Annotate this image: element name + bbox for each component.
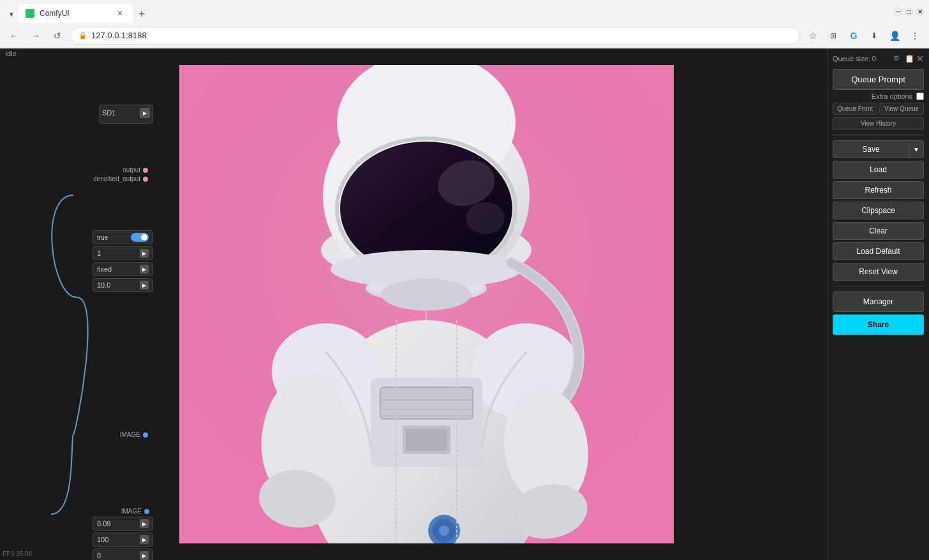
- browser-tabs: ▼ ComfyUI ✕ +: [5, 0, 886, 23]
- queue-header: Queue size: 0 ⚙ 📋 ✕: [833, 54, 924, 64]
- fp-label: FP3.35.08: [3, 550, 32, 557]
- download-btn[interactable]: ⬇: [865, 27, 883, 45]
- astronaut-svg: [179, 65, 674, 543]
- sd1-play-btn[interactable]: ▶: [140, 108, 150, 118]
- right-panel: [699, 48, 827, 560]
- menu-btn[interactable]: ⋮: [906, 27, 924, 45]
- image1-dot: [143, 432, 148, 438]
- stepper1-node: 1 ▶: [93, 246, 153, 260]
- num3-label: 0: [97, 552, 101, 559]
- new-tab-btn[interactable]: +: [133, 5, 151, 23]
- toggle-switch[interactable]: [131, 233, 149, 242]
- toggle-label: true: [97, 234, 108, 241]
- svg-point-26: [439, 526, 449, 536]
- back-btn[interactable]: ←: [5, 27, 23, 45]
- denoised-output-dot: [143, 177, 148, 182]
- image1-node: IMAGE: [120, 431, 148, 438]
- manager-btn[interactable]: Manager: [833, 291, 924, 312]
- reload-btn[interactable]: ↺: [48, 27, 66, 45]
- google-shortcut-btn[interactable]: G: [845, 27, 863, 45]
- queue-size-label: Queue size: 0: [833, 55, 891, 63]
- queue-front-btn[interactable]: Queue Front: [833, 103, 877, 115]
- svg-rect-17: [380, 387, 473, 419]
- output-dot: [143, 168, 148, 173]
- status-bar: Idle: [0, 48, 22, 59]
- output-label: output: [123, 166, 140, 173]
- sub-buttons-row: Queue Front View Queue: [833, 103, 924, 115]
- window-controls: ─ □ ✕: [894, 8, 924, 16]
- sd1-node-header: SD1 ▶: [102, 108, 150, 118]
- left-panel: Idle SD1 ▶ output: [0, 48, 153, 560]
- extensions-btn[interactable]: ⊞: [824, 27, 842, 45]
- settings-icon[interactable]: ⚙: [893, 54, 902, 63]
- clipspace-btn[interactable]: Clipspace: [833, 202, 924, 219]
- bookmark-btn[interactable]: ☆: [804, 27, 822, 45]
- queue-close-btn[interactable]: ✕: [916, 54, 924, 64]
- value-label: 10.0: [97, 281, 110, 289]
- clear-btn[interactable]: Clear: [833, 222, 924, 240]
- image2-label: IMAGE: [121, 508, 142, 515]
- toggle-node: true: [93, 230, 153, 244]
- app-area: Idle SD1 ▶ output: [0, 48, 929, 560]
- load-btn[interactable]: Load: [833, 161, 924, 179]
- save-btn-row: Save ▼: [833, 140, 924, 158]
- image2-node: IMAGE: [93, 508, 153, 515]
- divider: [833, 135, 924, 135]
- extra-options-row: Extra options: [833, 92, 924, 100]
- num2-arrow[interactable]: ▶: [140, 535, 149, 544]
- url-text: 127.0.0.1:8188: [91, 31, 147, 40]
- value-arrow[interactable]: ▶: [140, 281, 149, 290]
- node-curve: [0, 48, 153, 560]
- svg-point-31: [382, 279, 471, 311]
- node-panel[interactable]: SD1 ▶ output denoised_output: [0, 48, 153, 560]
- clipboard-icon[interactable]: 📋: [905, 54, 914, 63]
- stepper1-label: 1: [97, 249, 101, 257]
- refresh-btn[interactable]: Refresh: [833, 181, 924, 199]
- view-history-btn[interactable]: View History: [833, 117, 924, 129]
- controls-area: true 1 ▶ fixed ▶ 10.0: [93, 230, 153, 292]
- maximize-btn[interactable]: □: [905, 8, 913, 16]
- denoised-output-label: denoised_output: [93, 175, 140, 182]
- value-node: 10.0 ▶: [93, 278, 153, 292]
- num3-node: 0 ▶: [93, 549, 153, 560]
- browser-toolbar: ← → ↺ 🔒 127.0.0.1:8188 ☆ ⊞ G ⬇ 👤 ⋮: [0, 23, 929, 48]
- load-default-btn[interactable]: Load Default: [833, 242, 924, 260]
- sd1-node: SD1 ▶: [99, 105, 153, 124]
- save-btn[interactable]: Save: [833, 141, 909, 158]
- active-tab[interactable]: ComfyUI ✕: [18, 4, 133, 23]
- profile-btn[interactable]: 👤: [886, 27, 903, 45]
- num1-node: 0.09 ▶: [93, 517, 153, 531]
- canvas-area[interactable]: [153, 48, 699, 560]
- stepper1-arrow[interactable]: ▶: [140, 249, 149, 258]
- save-dropdown-arrow[interactable]: ▼: [909, 142, 923, 157]
- tab-close-btn[interactable]: ✕: [115, 8, 125, 18]
- lock-icon: 🔒: [78, 31, 87, 40]
- share-btn[interactable]: Share: [833, 314, 924, 335]
- address-bar[interactable]: 🔒 127.0.0.1:8188: [70, 27, 800, 45]
- minimize-btn[interactable]: ─: [894, 8, 902, 16]
- idle-status: Idle: [5, 50, 17, 57]
- far-right-panel: Queue size: 0 ⚙ 📋 ✕ Queue Prompt Extra o…: [827, 48, 929, 560]
- sd1-label: SD1: [102, 109, 115, 117]
- num1-arrow[interactable]: ▶: [140, 519, 149, 528]
- tab-dropdown-btn[interactable]: ▼: [5, 5, 18, 23]
- astronaut-image: [179, 65, 674, 543]
- queue-prompt-btn[interactable]: Queue Prompt: [833, 69, 924, 90]
- svg-rect-23: [406, 429, 447, 451]
- divider2: [833, 286, 924, 286]
- close-btn[interactable]: ✕: [916, 8, 924, 16]
- image2-area: IMAGE 0.09 ▶ 100 ▶ 0 ▶: [93, 508, 153, 560]
- view-queue-btn[interactable]: View Queue: [879, 103, 924, 115]
- image1-label: IMAGE: [120, 431, 140, 438]
- num3-arrow[interactable]: ▶: [140, 551, 149, 560]
- toolbar-actions: ☆ ⊞ G ⬇ 👤 ⋮: [804, 27, 924, 45]
- num2-node: 100 ▶: [93, 533, 153, 547]
- tab-title: ComfyUI: [40, 9, 70, 18]
- extra-options-label: Extra options: [872, 92, 912, 100]
- reset-view-btn[interactable]: Reset View: [833, 263, 924, 281]
- fixed-arrow[interactable]: ▶: [140, 265, 149, 274]
- forward-btn[interactable]: →: [27, 27, 45, 45]
- image2-dot: [144, 509, 149, 514]
- extra-options-checkbox[interactable]: [916, 92, 924, 100]
- num2-label: 100: [97, 536, 108, 543]
